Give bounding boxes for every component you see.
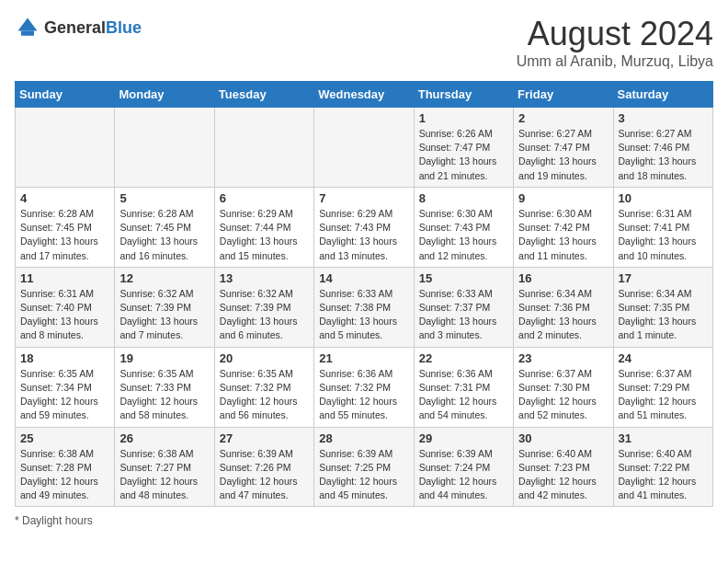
day-number: 16 [518, 271, 608, 285]
calendar-cell: 9Sunrise: 6:30 AM Sunset: 7:42 PM Daylig… [514, 187, 613, 267]
day-info: Sunrise: 6:31 AM Sunset: 7:41 PM Dayligh… [619, 207, 708, 263]
day-info: Sunrise: 6:39 AM Sunset: 7:24 PM Dayligh… [419, 447, 508, 503]
svg-rect-2 [21, 31, 34, 36]
day-info: Sunrise: 6:27 AM Sunset: 7:46 PM Dayligh… [619, 127, 708, 183]
calendar-week-row: 11Sunrise: 6:31 AM Sunset: 7:40 PM Dayli… [16, 267, 713, 347]
calendar-cell: 19Sunrise: 6:35 AM Sunset: 7:33 PM Dayli… [115, 347, 214, 427]
day-number: 19 [119, 351, 209, 365]
day-info: Sunrise: 6:35 AM Sunset: 7:34 PM Dayligh… [20, 367, 109, 423]
day-info: Sunrise: 6:33 AM Sunset: 7:37 PM Dayligh… [419, 287, 508, 343]
day-number: 14 [319, 271, 408, 285]
calendar-cell: 26Sunrise: 6:38 AM Sunset: 7:27 PM Dayli… [115, 427, 214, 507]
calendar-week-row: 25Sunrise: 6:38 AM Sunset: 7:28 PM Dayli… [16, 427, 713, 507]
day-info: Sunrise: 6:32 AM Sunset: 7:39 PM Dayligh… [119, 287, 209, 343]
day-info: Sunrise: 6:27 AM Sunset: 7:47 PM Dayligh… [518, 127, 608, 183]
main-title: August 2024 [517, 15, 713, 53]
calendar-cell: 3Sunrise: 6:27 AM Sunset: 7:46 PM Daylig… [613, 108, 712, 188]
calendar-cell [115, 108, 214, 188]
calendar-table: SundayMondayTuesdayWednesdayThursdayFrid… [15, 81, 713, 507]
weekday-header: Friday [514, 82, 613, 108]
header: GeneralBlue August 2024 Umm al Aranib, M… [15, 15, 713, 70]
day-number: 2 [518, 111, 608, 125]
calendar-week-row: 18Sunrise: 6:35 AM Sunset: 7:34 PM Dayli… [16, 347, 713, 427]
calendar-cell: 5Sunrise: 6:28 AM Sunset: 7:45 PM Daylig… [115, 187, 214, 267]
day-info: Sunrise: 6:35 AM Sunset: 7:32 PM Dayligh… [220, 367, 309, 423]
calendar-cell: 23Sunrise: 6:37 AM Sunset: 7:30 PM Dayli… [514, 347, 613, 427]
day-info: Sunrise: 6:40 AM Sunset: 7:22 PM Dayligh… [619, 447, 708, 503]
day-info: Sunrise: 6:29 AM Sunset: 7:43 PM Dayligh… [319, 207, 408, 263]
day-info: Sunrise: 6:38 AM Sunset: 7:28 PM Dayligh… [20, 447, 109, 503]
svg-marker-1 [18, 18, 38, 31]
day-number: 12 [119, 271, 209, 285]
day-info: Sunrise: 6:39 AM Sunset: 7:25 PM Dayligh… [319, 447, 408, 503]
weekday-header: Wednesday [314, 82, 414, 108]
logo-icon [15, 15, 40, 40]
weekday-header: Thursday [414, 82, 513, 108]
weekday-header: Monday [115, 82, 214, 108]
day-number: 29 [419, 431, 508, 445]
day-number: 20 [220, 351, 309, 365]
day-number: 4 [20, 191, 109, 205]
day-number: 13 [220, 271, 309, 285]
calendar-week-row: 4Sunrise: 6:28 AM Sunset: 7:45 PM Daylig… [16, 187, 713, 267]
day-number: 25 [20, 431, 109, 445]
calendar-cell: 21Sunrise: 6:36 AM Sunset: 7:32 PM Dayli… [314, 347, 414, 427]
calendar-cell: 27Sunrise: 6:39 AM Sunset: 7:26 PM Dayli… [214, 427, 313, 507]
subtitle: Umm al Aranib, Murzuq, Libya [517, 53, 713, 70]
day-number: 21 [319, 351, 408, 365]
calendar-body: 1Sunrise: 6:26 AM Sunset: 7:47 PM Daylig… [16, 108, 713, 507]
day-info: Sunrise: 6:28 AM Sunset: 7:45 PM Dayligh… [20, 207, 109, 263]
calendar-cell: 2Sunrise: 6:27 AM Sunset: 7:47 PM Daylig… [514, 108, 613, 188]
calendar-cell: 7Sunrise: 6:29 AM Sunset: 7:43 PM Daylig… [314, 187, 414, 267]
day-number: 31 [619, 431, 708, 445]
calendar-cell: 18Sunrise: 6:35 AM Sunset: 7:34 PM Dayli… [16, 347, 115, 427]
weekday-header: Saturday [613, 82, 712, 108]
calendar-cell: 15Sunrise: 6:33 AM Sunset: 7:37 PM Dayli… [414, 267, 513, 347]
calendar-cell: 30Sunrise: 6:40 AM Sunset: 7:23 PM Dayli… [514, 427, 613, 507]
day-number: 7 [319, 191, 408, 205]
day-info: Sunrise: 6:33 AM Sunset: 7:38 PM Dayligh… [319, 287, 408, 343]
calendar-header: SundayMondayTuesdayWednesdayThursdayFrid… [16, 82, 713, 108]
day-info: Sunrise: 6:26 AM Sunset: 7:47 PM Dayligh… [419, 127, 508, 183]
calendar-cell: 1Sunrise: 6:26 AM Sunset: 7:47 PM Daylig… [414, 108, 513, 188]
calendar-cell: 13Sunrise: 6:32 AM Sunset: 7:39 PM Dayli… [214, 267, 313, 347]
day-info: Sunrise: 6:31 AM Sunset: 7:40 PM Dayligh… [20, 287, 109, 343]
calendar-cell [214, 108, 313, 188]
calendar-cell: 6Sunrise: 6:29 AM Sunset: 7:44 PM Daylig… [214, 187, 313, 267]
day-number: 23 [518, 351, 608, 365]
day-info: Sunrise: 6:37 AM Sunset: 7:30 PM Dayligh… [518, 367, 608, 423]
weekday-header: Tuesday [214, 82, 313, 108]
title-area: August 2024 Umm al Aranib, Murzuq, Libya [517, 15, 713, 70]
day-info: Sunrise: 6:34 AM Sunset: 7:35 PM Dayligh… [619, 287, 708, 343]
day-number: 28 [319, 431, 408, 445]
footer-note: * Daylight hours [15, 514, 713, 527]
calendar-cell: 16Sunrise: 6:34 AM Sunset: 7:36 PM Dayli… [514, 267, 613, 347]
logo-text: GeneralBlue [44, 18, 142, 38]
calendar-cell: 4Sunrise: 6:28 AM Sunset: 7:45 PM Daylig… [16, 187, 115, 267]
calendar-week-row: 1Sunrise: 6:26 AM Sunset: 7:47 PM Daylig… [16, 108, 713, 188]
day-info: Sunrise: 6:29 AM Sunset: 7:44 PM Dayligh… [220, 207, 309, 263]
calendar-cell: 24Sunrise: 6:37 AM Sunset: 7:29 PM Dayli… [613, 347, 712, 427]
calendar-cell [314, 108, 414, 188]
day-info: Sunrise: 6:32 AM Sunset: 7:39 PM Dayligh… [220, 287, 309, 343]
calendar-cell: 14Sunrise: 6:33 AM Sunset: 7:38 PM Dayli… [314, 267, 414, 347]
day-number: 3 [619, 111, 708, 125]
calendar-cell: 12Sunrise: 6:32 AM Sunset: 7:39 PM Dayli… [115, 267, 214, 347]
day-number: 17 [619, 271, 708, 285]
header-row: SundayMondayTuesdayWednesdayThursdayFrid… [16, 82, 713, 108]
day-info: Sunrise: 6:30 AM Sunset: 7:43 PM Dayligh… [419, 207, 508, 263]
day-number: 10 [619, 191, 708, 205]
day-number: 6 [220, 191, 309, 205]
day-info: Sunrise: 6:37 AM Sunset: 7:29 PM Dayligh… [619, 367, 708, 423]
calendar-cell: 22Sunrise: 6:36 AM Sunset: 7:31 PM Dayli… [414, 347, 513, 427]
calendar-cell: 31Sunrise: 6:40 AM Sunset: 7:22 PM Dayli… [613, 427, 712, 507]
logo: GeneralBlue [15, 15, 142, 40]
calendar-cell: 29Sunrise: 6:39 AM Sunset: 7:24 PM Dayli… [414, 427, 513, 507]
calendar-cell: 10Sunrise: 6:31 AM Sunset: 7:41 PM Dayli… [613, 187, 712, 267]
day-number: 18 [20, 351, 109, 365]
day-info: Sunrise: 6:30 AM Sunset: 7:42 PM Dayligh… [518, 207, 608, 263]
day-info: Sunrise: 6:28 AM Sunset: 7:45 PM Dayligh… [119, 207, 209, 263]
day-number: 5 [119, 191, 209, 205]
day-number: 9 [518, 191, 608, 205]
day-info: Sunrise: 6:34 AM Sunset: 7:36 PM Dayligh… [518, 287, 608, 343]
